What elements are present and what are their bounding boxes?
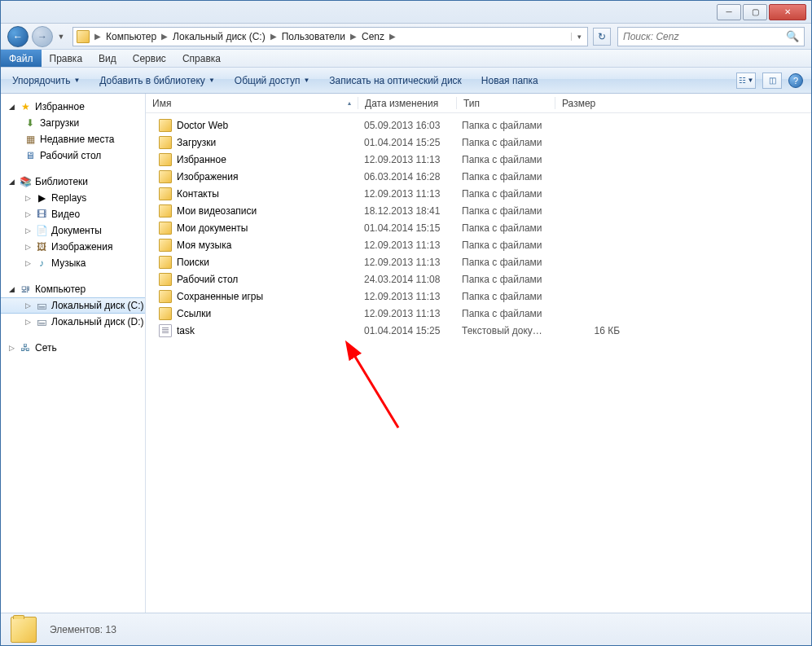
- address-dropdown[interactable]: ▾: [571, 33, 584, 41]
- help-icon: ?: [793, 76, 798, 86]
- back-button[interactable]: ←: [7, 26, 29, 47]
- file-type: Папка с файлами: [455, 222, 553, 234]
- file-row[interactable]: Избранное12.09.2013 11:13Папка с файлами: [146, 151, 811, 168]
- refresh-button[interactable]: ↻: [593, 28, 611, 46]
- file-type: Папка с файлами: [455, 308, 553, 319]
- file-name: Избранное: [177, 154, 226, 165]
- chevron-right-icon[interactable]: ▶: [160, 32, 169, 41]
- file-date: 01.04.2014 15:25: [358, 325, 455, 336]
- expand-icon[interactable]: ▷: [24, 226, 32, 235]
- file-date: 12.09.2013 11:13: [358, 240, 455, 251]
- chevron-right-icon[interactable]: ▶: [349, 32, 358, 41]
- file-type: Текстовый докум...: [455, 325, 553, 336]
- expand-icon[interactable]: ◢: [7, 103, 15, 111]
- expand-icon[interactable]: ▷: [24, 318, 32, 326]
- chevron-right-icon[interactable]: ▶: [388, 32, 397, 41]
- chevron-right-icon[interactable]: ▶: [93, 32, 103, 41]
- file-row[interactable]: Моя музыка12.09.2013 11:13Папка с файлам…: [146, 236, 811, 253]
- file-type: Папка с файлами: [455, 240, 553, 251]
- file-row[interactable]: Ссылки12.09.2013 11:13Папка с файлами: [146, 305, 811, 322]
- file-name: Контакты: [177, 188, 219, 200]
- file-row[interactable]: Контакты12.09.2013 11:13Папка с файлами: [146, 185, 811, 202]
- folder-icon: [159, 136, 172, 149]
- menu-file[interactable]: Файл: [1, 50, 42, 67]
- file-row[interactable]: Рабочий стол24.03.2014 11:08Папка с файл…: [146, 270, 811, 288]
- menu-edit[interactable]: Правка: [42, 50, 91, 67]
- preview-pane-button[interactable]: ◫: [762, 73, 782, 89]
- menu-help[interactable]: Справка: [174, 50, 229, 67]
- tree-item-computer[interactable]: ◢ 🖳 Компьютер: [1, 281, 145, 297]
- file-name: Изображения: [177, 171, 238, 182]
- tree-item-favorites[interactable]: ◢ ★ Избранное: [1, 99, 145, 115]
- expand-icon[interactable]: ▷: [24, 243, 32, 251]
- column-header-date[interactable]: Дата изменения: [358, 94, 456, 112]
- expand-icon[interactable]: ▷: [24, 259, 32, 267]
- tree-item-recent[interactable]: ▦ Недавние места: [1, 131, 145, 147]
- menu-view[interactable]: Вид: [90, 50, 125, 67]
- search-input[interactable]: [623, 31, 786, 42]
- address-bar[interactable]: ▶ Компьютер ▶ Локальный диск (C:) ▶ Поль…: [72, 27, 588, 46]
- breadcrumb-item[interactable]: Пользователи: [279, 29, 349, 44]
- file-type: Папка с файлами: [455, 205, 553, 217]
- chevron-right-icon[interactable]: ▶: [269, 32, 279, 41]
- file-row[interactable]: Изображения06.03.2014 16:28Папка с файла…: [146, 168, 811, 185]
- share-button[interactable]: Общий доступ ▼: [231, 73, 314, 89]
- new-folder-button[interactable]: Новая папка: [478, 73, 542, 89]
- window-controls: ─ ▢ ✕: [717, 4, 806, 20]
- expand-icon[interactable]: ▷: [24, 194, 32, 202]
- burn-button[interactable]: Записать на оптический диск: [326, 73, 465, 89]
- expand-icon[interactable]: ◢: [7, 285, 15, 293]
- column-header-type[interactable]: Тип: [457, 94, 555, 112]
- folder-icon: [159, 307, 172, 320]
- menu-tools[interactable]: Сервис: [125, 50, 174, 67]
- video-icon: 🎞: [35, 208, 48, 221]
- tree-item-libraries[interactable]: ◢ 📚 Библиотеки: [1, 174, 145, 190]
- minimize-button[interactable]: ─: [717, 4, 741, 20]
- add-library-button[interactable]: Добавить в библиотеку ▼: [96, 73, 217, 89]
- maximize-button[interactable]: ▢: [743, 4, 767, 20]
- help-button[interactable]: ?: [788, 73, 803, 88]
- nav-history-dropdown[interactable]: ▼: [56, 33, 66, 41]
- forward-button[interactable]: →: [32, 26, 53, 47]
- expand-icon[interactable]: ▷: [24, 301, 32, 310]
- tree-item-videos[interactable]: ▷ 🎞 Видео: [1, 206, 145, 222]
- file-date: 18.12.2013 18:41: [358, 205, 455, 217]
- file-row[interactable]: task01.04.2014 15:25Текстовый докум...16…: [146, 322, 811, 339]
- file-row[interactable]: Загрузки01.04.2014 15:25Папка с файлами: [146, 134, 811, 151]
- folder-icon: ▶: [35, 191, 48, 204]
- expand-icon[interactable]: ▷: [7, 344, 15, 352]
- tree-group-libraries: ◢ 📚 Библиотеки ▷ ▶ Replays ▷ 🎞 Видео ▷ 📄: [1, 174, 145, 271]
- breadcrumb-item[interactable]: Компьютер: [103, 29, 160, 44]
- tree-item-drive-d[interactable]: ▷ 🖴 Локальный диск (D:): [1, 314, 145, 330]
- search-icon[interactable]: 🔍: [786, 30, 799, 42]
- organize-button[interactable]: Упорядочить ▼: [9, 73, 83, 89]
- view-mode-button[interactable]: ☷ ▼: [736, 73, 756, 89]
- tree-item-desktop[interactable]: 🖥 Рабочий стол: [1, 147, 145, 164]
- expand-icon[interactable]: ◢: [7, 178, 15, 186]
- tree-item-documents[interactable]: ▷ 📄 Документы: [1, 222, 145, 239]
- star-icon: ★: [19, 100, 32, 113]
- file-date: 24.03.2014 11:08: [358, 274, 455, 285]
- column-header-name[interactable]: Имя ▴: [146, 94, 358, 112]
- tree-item-downloads[interactable]: ⬇ Загрузки: [1, 115, 145, 131]
- column-header-size[interactable]: Размер: [555, 94, 629, 112]
- file-row[interactable]: Doctor Web05.09.2013 16:03Папка с файлам…: [146, 116, 811, 134]
- file-date: 06.03.2014 16:28: [358, 171, 455, 182]
- expand-icon[interactable]: ▷: [24, 210, 32, 218]
- close-button[interactable]: ✕: [769, 4, 806, 20]
- file-type: Папка с файлами: [455, 188, 553, 200]
- tree-item-network[interactable]: ▷ 🖧 Сеть: [1, 340, 145, 356]
- file-row[interactable]: Мои видеозаписи18.12.2013 18:41Папка с ф…: [146, 202, 811, 219]
- chevron-down-icon: ▼: [73, 77, 80, 84]
- file-row[interactable]: Поиски12.09.2013 11:13Папка с файлами: [146, 253, 811, 270]
- breadcrumb-item[interactable]: Локальный диск (C:): [169, 29, 269, 44]
- tree-item-replays[interactable]: ▷ ▶ Replays: [1, 190, 145, 206]
- file-row[interactable]: Мои документы01.04.2014 15:15Папка с фай…: [146, 219, 811, 236]
- file-row[interactable]: Сохраненные игры12.09.2013 11:13Папка с …: [146, 288, 811, 305]
- search-box[interactable]: 🔍: [617, 27, 805, 46]
- content-area: ◢ ★ Избранное ⬇ Загрузки ▦ Недавние мест…: [1, 94, 811, 613]
- breadcrumb-item[interactable]: Cenz: [358, 29, 388, 44]
- tree-item-pictures[interactable]: ▷ 🖼 Изображения: [1, 239, 145, 255]
- tree-item-drive-c[interactable]: ▷ 🖴 Локальный диск (C:): [1, 297, 145, 314]
- tree-item-music[interactable]: ▷ ♪ Музыка: [1, 255, 145, 271]
